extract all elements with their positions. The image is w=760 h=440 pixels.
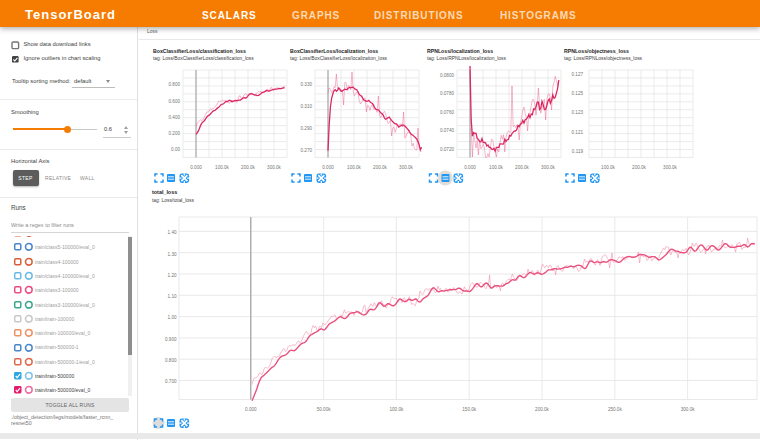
- svg-text:total_loss: total_loss: [152, 189, 177, 195]
- svg-text:100.0k: 100.0k: [347, 165, 361, 170]
- svg-text:0.270: 0.270: [301, 148, 313, 153]
- svg-text:BoxClassifierLoss/classificati: BoxClassifierLoss/classification_loss: [153, 48, 246, 54]
- svg-text:0.0760: 0.0760: [440, 110, 454, 115]
- svg-text:300.0k: 300.0k: [541, 165, 555, 170]
- svg-text:0.800: 0.800: [169, 82, 181, 87]
- svg-text:100.0k: 100.0k: [489, 165, 503, 170]
- svg-text:0.119: 0.119: [572, 149, 584, 154]
- svg-text:0.700: 0.700: [165, 379, 177, 384]
- svg-text:0.900: 0.900: [165, 337, 177, 342]
- svg-text:0.000: 0.000: [190, 165, 202, 170]
- svg-text:0.290: 0.290: [301, 126, 313, 131]
- svg-text:0.127: 0.127: [572, 72, 584, 77]
- svg-text:0.000: 0.000: [245, 407, 257, 412]
- svg-text:200.0k: 200.0k: [373, 165, 387, 170]
- svg-text:300.0k: 300.0k: [663, 165, 677, 170]
- svg-text:100.0k: 100.0k: [601, 165, 615, 170]
- svg-text:100.0k: 100.0k: [215, 165, 229, 170]
- svg-text:tag: Loss/RPNLoss/objectness_l: tag: Loss/RPNLoss/objectness_loss: [564, 56, 643, 61]
- svg-text:300.0k: 300.0k: [399, 165, 413, 170]
- svg-text:1.00: 1.00: [168, 315, 177, 320]
- svg-text:0.200: 0.200: [169, 131, 181, 136]
- svg-text:tag: Loss/RPNLoss/localization: tag: Loss/RPNLoss/localization_loss: [427, 56, 506, 61]
- svg-text:1.10: 1.10: [168, 294, 177, 299]
- svg-text:300.0k: 300.0k: [681, 407, 695, 412]
- svg-text:0.0720: 0.0720: [440, 147, 454, 152]
- svg-text:Loss: Loss: [147, 28, 158, 34]
- svg-text:tag: Loss/BoxClassifierLoss/cl: tag: Loss/BoxClassifierLoss/classificati…: [153, 56, 254, 61]
- svg-text:BoxClassifierLoss/localization: BoxClassifierLoss/localization_loss: [290, 48, 378, 54]
- svg-text:0.330: 0.330: [301, 82, 313, 87]
- svg-text:0.121: 0.121: [572, 130, 584, 135]
- svg-text:200.0k: 200.0k: [632, 165, 646, 170]
- svg-text:RPNLoss/objectness_loss: RPNLoss/objectness_loss: [564, 48, 629, 54]
- svg-text:0.600: 0.600: [169, 99, 181, 104]
- svg-text:0.400: 0.400: [169, 115, 181, 120]
- svg-text:0.800: 0.800: [165, 358, 177, 363]
- svg-text:250.0k: 250.0k: [608, 407, 622, 412]
- svg-text:300.0k: 300.0k: [267, 165, 281, 170]
- svg-text:0.123: 0.123: [572, 110, 584, 115]
- svg-text:0.0740: 0.0740: [440, 128, 454, 133]
- svg-text:RPNLoss/localization_loss: RPNLoss/localization_loss: [427, 48, 493, 54]
- svg-text:1.40: 1.40: [168, 230, 177, 235]
- svg-text:100.0k: 100.0k: [390, 407, 404, 412]
- svg-text:0.0780: 0.0780: [440, 91, 454, 96]
- svg-text:50.00k: 50.00k: [317, 407, 331, 412]
- svg-text:tag: Loss/total_loss: tag: Loss/total_loss: [152, 198, 194, 203]
- svg-text:150.0k: 150.0k: [462, 407, 476, 412]
- svg-text:0.0800: 0.0800: [440, 73, 454, 78]
- svg-text:tag: Loss/BoxClassifierLoss/lo: tag: Loss/BoxClassifierLoss/localization…: [290, 56, 388, 61]
- svg-text:1.30: 1.30: [168, 252, 177, 257]
- svg-text:200.0k: 200.0k: [515, 165, 529, 170]
- svg-text:200.0k: 200.0k: [535, 407, 549, 412]
- svg-text:0.000: 0.000: [322, 165, 334, 170]
- svg-text:0.310: 0.310: [301, 104, 313, 109]
- svg-text:0.125: 0.125: [572, 91, 584, 96]
- svg-text:0.00: 0.00: [171, 147, 180, 152]
- svg-text:200.0k: 200.0k: [241, 165, 255, 170]
- svg-text:0.000: 0.000: [464, 165, 476, 170]
- svg-text:1.20: 1.20: [168, 273, 177, 278]
